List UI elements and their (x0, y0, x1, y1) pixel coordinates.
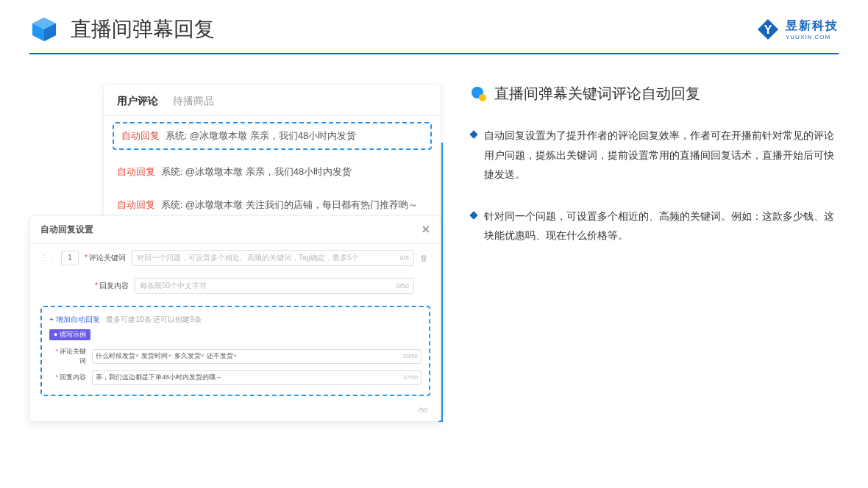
drag-icon[interactable]: ⋮⋮ (40, 254, 55, 262)
example-section: + 增加自动回复 最多可建10条 还可以创建9条 ● 填写示例 *评论关键词 什… (40, 306, 430, 396)
cube-icon (29, 15, 59, 44)
section-title: 直播间弹幕关键词评论自动回复 (471, 84, 839, 104)
reply-label: *回复内容 (88, 281, 129, 291)
bullet-item: 针对同一个问题，可设置多个相近的、高频的关键词。例如：这款多少钱、这块能优惠吗、… (471, 207, 839, 245)
keyword-row: ⋮⋮ 1 *评论关键词 对同一个问题，可设置多个相近、高频的关键词，Tag确定，… (30, 244, 441, 272)
auto-reply-badge: 自动回复 (121, 130, 160, 141)
svg-point-6 (479, 94, 486, 101)
diamond-icon (469, 211, 477, 219)
close-icon[interactable]: ✕ (421, 223, 430, 235)
brand-name: 昱新科技 (786, 18, 839, 34)
right-panel: 直播间弹幕关键词评论自动回复 自动回复设置为了提升作者的评论回复效率，作者可在开… (471, 84, 839, 422)
keyword-label: *评论关键词 (85, 253, 126, 263)
bullet-text: 针对同一个问题，可设置多个相近的、高频的关键词。例如：这款多少钱、这块能优惠吗、… (484, 207, 839, 245)
bullet-text: 自动回复设置为了提升作者的评论回复效率，作者可在开播前针对常见的评论用户问题，提… (484, 126, 839, 184)
settings-header: 自动回复设置 ✕ (30, 216, 441, 244)
comment-text: 系统: @冰墩墩本墩 亲亲，我们48小时内发货 (166, 130, 357, 141)
reply-row: *回复内容 每条限50个中文字符 0/50 (30, 272, 441, 300)
auto-reply-badge: 自动回复 (117, 166, 155, 177)
example-reply-input[interactable]: 亲，我们这边都是下单48小时内发货的哦～ 37/50 (92, 370, 421, 385)
example-reply-row: *回复内容 亲，我们这边都是下单48小时内发货的哦～ 37/50 (49, 368, 421, 387)
brand-icon: Y (756, 18, 780, 41)
highlighted-comment: 自动回复 系统: @冰墩墩本墩 亲亲，我们48小时内发货 (113, 122, 432, 150)
keyword-input[interactable]: 对同一个问题，可设置多个相近、高频的关键词，Tag确定，最多5个 0/5 (132, 250, 414, 266)
page-header: 直播间弹幕回复 Y 昱新科技 YUUXIN.COM (0, 0, 868, 53)
brand-logo: Y 昱新科技 YUUXIN.COM (756, 18, 839, 41)
tab-pending-products[interactable]: 待播商品 (173, 95, 214, 108)
example-keyword-row: *评论关键词 什么时候发货× 发货时间× 多久发货× 还不发货× 20/50 (49, 345, 421, 368)
left-panel: 用户评论 待播商品 自动回复 系统: @冰墩墩本墩 亲亲，我们48小时内发货 自… (29, 84, 441, 422)
bubble-icon (471, 86, 487, 102)
auto-reply-badge: 自动回复 (117, 199, 155, 210)
comment-item: 自动回复 系统: @冰墩墩本墩 亲亲，我们48小时内发货 (104, 156, 441, 189)
bullet-item: 自动回复设置为了提升作者的评论回复效率，作者可在开播前针对常见的评论用户问题，提… (471, 126, 839, 184)
svg-text:Y: Y (764, 24, 772, 36)
diamond-icon (469, 130, 477, 138)
row-number: 1 (61, 251, 79, 265)
example-badge: ● 填写示例 (49, 329, 90, 340)
reply-input[interactable]: 每条限50个中文字符 0/50 (135, 278, 414, 294)
add-auto-reply-link[interactable]: + 增加自动回复 最多可建10条 还可以创建9条 (49, 315, 421, 325)
comment-text: 系统: @冰墩墩本墩 亲亲，我们48小时内发货 (161, 166, 352, 177)
comment-text: 系统: @冰墩墩本墩 关注我们的店铺，每日都有热门推荐哟～ (161, 199, 418, 210)
tab-user-comments[interactable]: 用户评论 (117, 95, 158, 108)
header-divider (29, 53, 839, 54)
settings-card: 自动回复设置 ✕ ⋮⋮ 1 *评论关键词 对同一个问题，可设置多个相近、高频的关… (29, 215, 441, 422)
tabs: 用户评论 待播商品 (104, 85, 441, 116)
brand-sub: YUUXIN.COM (786, 34, 839, 40)
example-keyword-input[interactable]: 什么时候发货× 发货时间× 多久发货× 还不发货× 20/50 (92, 349, 421, 364)
outer-count: /50 (30, 406, 441, 421)
comments-card: 用户评论 待播商品 自动回复 系统: @冰墩墩本墩 亲亲，我们48小时内发货 自… (103, 84, 441, 223)
settings-title: 自动回复设置 (40, 223, 93, 236)
trash-icon[interactable]: 🗑 (420, 254, 430, 262)
page-title: 直播间弹幕回复 (71, 15, 215, 43)
